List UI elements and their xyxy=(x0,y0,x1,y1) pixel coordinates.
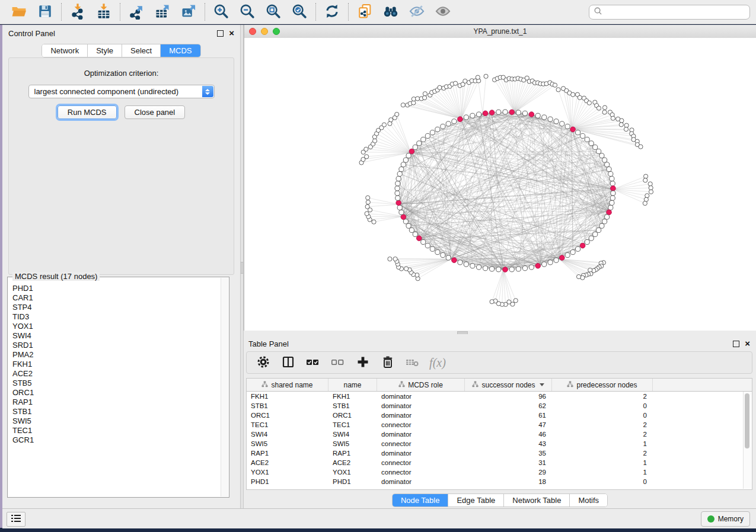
network-node[interactable] xyxy=(610,200,614,205)
network-node[interactable] xyxy=(395,112,399,116)
network-node[interactable] xyxy=(570,250,575,255)
mcds-result-item[interactable]: ORC1 xyxy=(12,388,221,398)
float-panel-icon[interactable] xyxy=(217,30,224,37)
network-node[interactable] xyxy=(406,223,411,228)
network-node[interactable] xyxy=(619,123,623,127)
dominator-node[interactable] xyxy=(580,243,585,248)
table-scrollbar[interactable] xyxy=(743,392,751,489)
dominator-node[interactable] xyxy=(409,149,414,154)
network-node[interactable] xyxy=(542,115,547,120)
dominator-node[interactable] xyxy=(529,112,534,117)
close-window-icon[interactable] xyxy=(249,28,256,35)
tab-node-table[interactable]: Node Table xyxy=(393,494,449,507)
tab-style[interactable]: Style xyxy=(88,44,122,57)
network-node[interactable] xyxy=(395,196,400,200)
dominator-node[interactable] xyxy=(416,236,422,241)
network-node[interactable] xyxy=(620,118,624,123)
dominator-node[interactable] xyxy=(503,267,508,273)
mcds-result-item[interactable]: FKH1 xyxy=(12,360,221,369)
network-node[interactable] xyxy=(364,147,368,151)
zoom-selected-button[interactable] xyxy=(286,2,312,22)
tab-network-table[interactable]: Network Table xyxy=(504,494,570,507)
network-node[interactable] xyxy=(421,137,426,142)
network-node[interactable] xyxy=(599,223,604,228)
network-node[interactable] xyxy=(417,141,422,146)
network-node[interactable] xyxy=(393,257,397,261)
network-node[interactable] xyxy=(610,196,615,200)
search-network-button[interactable] xyxy=(378,2,404,22)
network-node[interactable] xyxy=(483,266,487,271)
mcds-result-item[interactable]: STB1 xyxy=(12,407,221,416)
network-node[interactable] xyxy=(388,257,392,261)
network-node[interactable] xyxy=(608,171,613,176)
network-node[interactable] xyxy=(425,243,430,248)
network-node[interactable] xyxy=(522,111,527,116)
share-session-button[interactable] xyxy=(352,2,378,22)
network-node[interactable] xyxy=(382,123,386,127)
network-node[interactable] xyxy=(409,227,414,232)
network-node[interactable] xyxy=(446,121,451,126)
add-column-button[interactable] xyxy=(352,354,374,371)
network-node[interactable] xyxy=(458,260,462,265)
network-node[interactable] xyxy=(649,190,653,194)
network-node[interactable] xyxy=(602,219,607,224)
network-node[interactable] xyxy=(464,115,468,120)
network-node[interactable] xyxy=(435,250,440,255)
network-node[interactable] xyxy=(490,267,495,271)
network-node[interactable] xyxy=(645,194,649,198)
network-node[interactable] xyxy=(464,262,468,267)
network-node[interactable] xyxy=(395,186,400,191)
tab-motifs[interactable]: Motifs xyxy=(570,494,607,507)
network-node[interactable] xyxy=(605,162,610,167)
network-node[interactable] xyxy=(454,81,458,85)
network-node[interactable] xyxy=(611,191,615,196)
network-node[interactable] xyxy=(608,205,613,210)
zoom-out-button[interactable] xyxy=(234,2,260,22)
network-node[interactable] xyxy=(366,196,370,200)
network-node[interactable] xyxy=(399,210,404,214)
network-node[interactable] xyxy=(477,112,481,117)
network-node[interactable] xyxy=(602,105,607,110)
mcds-result-item[interactable]: SWI4 xyxy=(12,331,221,341)
delete-table-button[interactable] xyxy=(402,354,423,371)
network-node[interactable] xyxy=(441,124,445,129)
network-node[interactable] xyxy=(396,176,401,181)
search-input[interactable] xyxy=(605,7,745,17)
table-row[interactable]: ACE2ACE2connector311 xyxy=(247,458,752,467)
network-node[interactable] xyxy=(576,274,580,278)
network-canvas[interactable] xyxy=(244,38,756,331)
network-node[interactable] xyxy=(571,92,575,97)
function-builder-button[interactable]: f(x) xyxy=(427,354,448,371)
network-node[interactable] xyxy=(554,258,559,262)
network-node[interactable] xyxy=(565,252,570,257)
network-node[interactable] xyxy=(585,239,589,244)
network-node[interactable] xyxy=(397,171,402,176)
network-node[interactable] xyxy=(435,127,440,132)
mcds-result-item[interactable]: PMA2 xyxy=(12,350,221,360)
network-node[interactable] xyxy=(413,145,417,149)
table-settings-button[interactable] xyxy=(253,354,274,371)
network-node[interactable] xyxy=(365,155,369,159)
tab-select[interactable]: Select xyxy=(122,44,161,57)
mcds-result-item[interactable]: GCR1 xyxy=(12,435,221,445)
network-node[interactable] xyxy=(548,260,553,265)
network-node[interactable] xyxy=(425,133,430,138)
network-node[interactable] xyxy=(611,116,615,120)
close-panel-icon[interactable]: × xyxy=(745,341,750,347)
network-node[interactable] xyxy=(607,167,611,172)
dominator-node[interactable] xyxy=(560,255,565,261)
network-node[interactable] xyxy=(365,211,369,216)
mcds-result-item[interactable]: SWI5 xyxy=(12,416,221,426)
column-header-name[interactable]: name xyxy=(328,379,377,391)
mcds-result-item[interactable]: SRD1 xyxy=(12,341,221,350)
mcds-result-item[interactable]: STB5 xyxy=(12,379,221,388)
network-node[interactable] xyxy=(643,178,647,182)
network-node[interactable] xyxy=(522,266,527,271)
network-node[interactable] xyxy=(395,181,400,186)
network-node[interactable] xyxy=(401,103,405,107)
scrollbar-thumb[interactable] xyxy=(745,393,749,448)
network-node[interactable] xyxy=(463,79,467,83)
import-table-button[interactable] xyxy=(91,2,117,22)
network-node[interactable] xyxy=(556,88,560,92)
delete-column-button[interactable] xyxy=(377,354,398,371)
